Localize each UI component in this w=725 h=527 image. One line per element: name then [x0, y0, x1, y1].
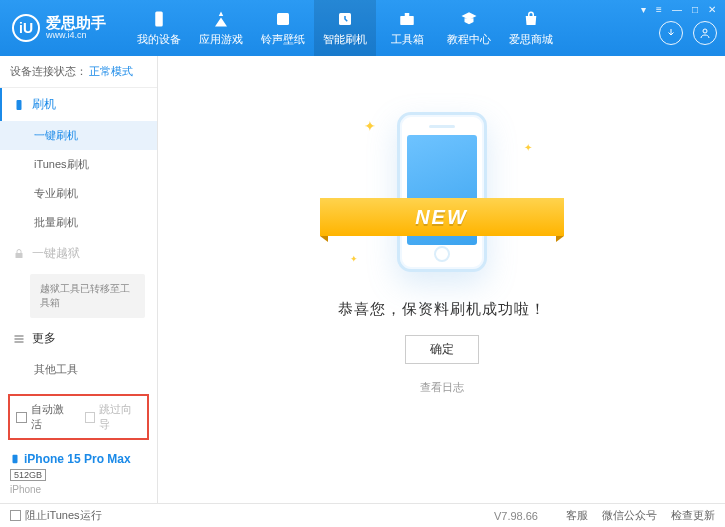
sidebar-item-oneclick-flash[interactable]: 一键刷机 — [0, 121, 157, 150]
svg-rect-1 — [277, 13, 289, 25]
footer-link-update[interactable]: 检查更新 — [671, 508, 715, 523]
svg-rect-10 — [15, 341, 24, 342]
lock-icon — [12, 247, 26, 261]
success-illustration: NEW ✦ ✦ ✦ — [342, 112, 542, 282]
user-button[interactable] — [693, 21, 717, 45]
nav-ringtones[interactable]: 铃声壁纸 — [252, 0, 314, 56]
svg-rect-8 — [15, 335, 24, 336]
checkbox-block-itunes[interactable]: 阻止iTunes运行 — [10, 508, 102, 523]
brand-logo: iU 爱思助手 www.i4.cn — [12, 14, 106, 42]
sidebar-section-jailbreak: 一键越狱 — [0, 237, 157, 270]
logo-icon: iU — [12, 14, 40, 42]
device-info: iPhone 15 Pro Max 512GB iPhone — [0, 446, 157, 503]
sidebar-item-download-firmware[interactable]: 下载固件 — [0, 384, 157, 388]
connection-status: 设备连接状态： 正常模式 — [0, 56, 157, 88]
checkbox-auto-activate[interactable]: 自动激活 — [16, 402, 73, 432]
footer: 阻止iTunes运行 V7.98.66 客服 微信公众号 检查更新 — [0, 503, 725, 527]
sidebar-item-batch-flash[interactable]: 批量刷机 — [0, 208, 157, 237]
flash-icon — [12, 98, 26, 112]
brand-title: 爱思助手 — [46, 15, 106, 32]
version-label: V7.98.66 — [494, 510, 538, 522]
sidebar-section-more[interactable]: 更多 — [0, 322, 157, 355]
svg-rect-9 — [15, 338, 24, 339]
highlight-checkbox-row: 自动激活 跳过向导 — [8, 394, 149, 440]
checkbox-skip-guide[interactable]: 跳过向导 — [85, 402, 142, 432]
main-content: NEW ✦ ✦ ✦ 恭喜您，保资料刷机成功啦！ 确定 查看日志 — [158, 56, 725, 503]
app-header: iU 爱思助手 www.i4.cn 我的设备 应用游戏 铃声壁纸 智能刷机 工具… — [0, 0, 725, 56]
nav-toolbox[interactable]: 工具箱 — [376, 0, 438, 56]
download-button[interactable] — [659, 21, 683, 45]
success-message: 恭喜您，保资料刷机成功啦！ — [338, 300, 546, 319]
sparkle-icon: ✦ — [524, 142, 532, 153]
svg-rect-4 — [405, 13, 410, 16]
jailbreak-note: 越狱工具已转移至工具箱 — [30, 274, 145, 318]
maximize-icon[interactable]: □ — [689, 4, 701, 15]
svg-point-5 — [703, 29, 707, 33]
device-storage: 512GB — [10, 469, 46, 481]
nav-store[interactable]: 爱思商城 — [500, 0, 562, 56]
svg-rect-7 — [16, 253, 23, 258]
menu-icon[interactable]: ≡ — [653, 4, 665, 15]
svg-rect-3 — [400, 16, 414, 25]
ok-button[interactable]: 确定 — [405, 335, 479, 364]
footer-link-support[interactable]: 客服 — [566, 508, 588, 523]
svg-rect-11 — [13, 455, 18, 463]
brand-url: www.i4.cn — [46, 31, 106, 41]
nav-tutorials[interactable]: 教程中心 — [438, 0, 500, 56]
svg-rect-6 — [17, 100, 22, 110]
view-log-link[interactable]: 查看日志 — [420, 380, 464, 395]
sidebar-item-pro-flash[interactable]: 专业刷机 — [0, 179, 157, 208]
sidebar: 设备连接状态： 正常模式 刷机 一键刷机 iTunes刷机 专业刷机 批量刷机 … — [0, 56, 158, 503]
minimize-icon[interactable]: — — [669, 4, 685, 15]
window-controls: ▾ ≡ — □ ✕ — [638, 4, 719, 15]
new-ribbon: NEW — [320, 198, 564, 236]
footer-link-wechat[interactable]: 微信公众号 — [602, 508, 657, 523]
device-name[interactable]: iPhone 15 Pro Max — [10, 452, 147, 466]
sidebar-item-itunes-flash[interactable]: iTunes刷机 — [0, 150, 157, 179]
sparkle-icon: ✦ — [350, 254, 358, 264]
dropdown-icon[interactable]: ▾ — [638, 4, 649, 15]
close-icon[interactable]: ✕ — [705, 4, 719, 15]
sidebar-section-flash[interactable]: 刷机 — [0, 88, 157, 121]
phone-icon — [397, 112, 487, 272]
sparkle-icon: ✦ — [364, 118, 376, 134]
nav-apps-games[interactable]: 应用游戏 — [190, 0, 252, 56]
device-type: iPhone — [10, 484, 147, 495]
svg-rect-0 — [155, 12, 163, 27]
more-icon — [12, 332, 26, 346]
sidebar-item-other-tools[interactable]: 其他工具 — [0, 355, 157, 384]
status-value: 正常模式 — [89, 64, 133, 79]
top-nav: 我的设备 应用游戏 铃声壁纸 智能刷机 工具箱 教程中心 爱思商城 — [128, 0, 562, 56]
nav-smart-flash[interactable]: 智能刷机 — [314, 0, 376, 56]
nav-my-device[interactable]: 我的设备 — [128, 0, 190, 56]
